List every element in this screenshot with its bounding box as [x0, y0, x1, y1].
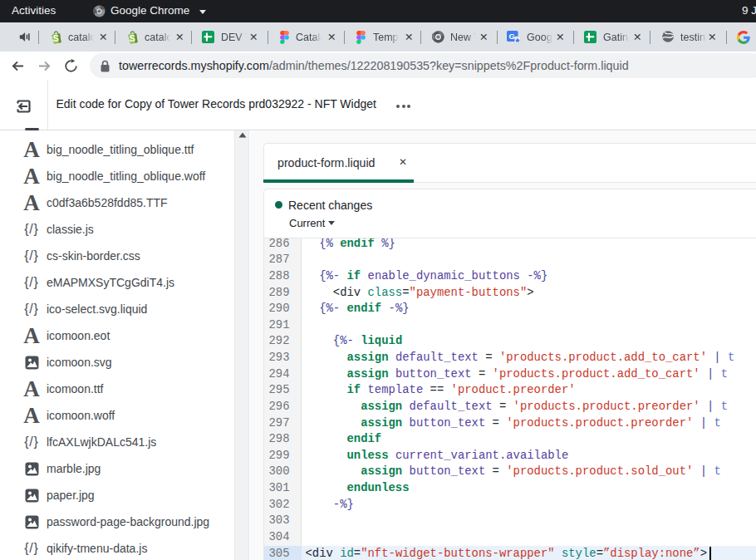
- svg-text:S: S: [130, 33, 135, 43]
- svg-text:G: G: [509, 32, 515, 41]
- svg-text:S: S: [53, 33, 59, 43]
